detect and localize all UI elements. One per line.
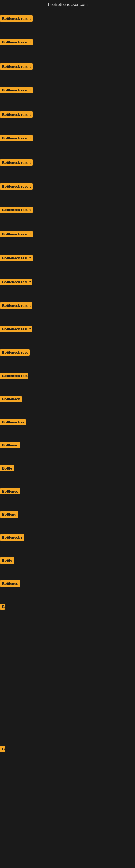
bottleneck-badge: Bottleneck result [0,231,33,237]
bottleneck-badge: Bottleneck result [0,135,33,141]
bottleneck-badge: Bottleneck result [0,326,32,332]
bottleneck-badge: Bottleneck result [0,63,33,70]
bottleneck-item[interactable]: Bottlend [0,511,18,518]
bottleneck-item[interactable]: Bottle [0,465,14,471]
bottleneck-badge: Bottleneck result [0,183,33,190]
bottleneck-badge: Bottle [0,557,14,564]
bottleneck-item[interactable]: B [0,603,5,610]
bottleneck-item[interactable]: Bottleneck result [0,183,33,190]
bottleneck-item[interactable]: Bottleneck result [0,326,32,332]
bottleneck-item[interactable]: Bottleneck r [0,534,24,540]
bottleneck-badge: Bottleneck result [0,279,32,285]
bottleneck-badge: Bottleneck result [0,39,33,45]
bottleneck-badge: Bottlenec [0,442,20,448]
bottleneck-item[interactable]: Bottleneck result [0,63,33,70]
bottleneck-item[interactable]: Bottleneck resu [0,373,28,379]
bottleneck-item[interactable]: Bottleneck result [0,279,32,285]
bottleneck-badge: Bottleneck result [0,207,33,213]
bottleneck-item[interactable]: Bottlenec [0,442,20,448]
bottleneck-badge: Bottleneck re [0,419,26,425]
bottleneck-badge: Bottlenec [0,488,20,495]
bottleneck-item[interactable]: Bottleneck result [0,16,33,22]
bottleneck-item[interactable]: Bottleneck result [0,255,33,261]
bottleneck-item[interactable]: Bottleneck result [0,39,33,45]
bottleneck-item[interactable]: Bottleneck result [0,135,33,141]
bottleneck-badge: Bottle [0,465,14,471]
bottleneck-badge: Bottleneck result [0,112,33,118]
bottleneck-item[interactable]: Bottleneck result [0,112,33,118]
bottleneck-badge: Bottleneck [0,396,21,402]
bottleneck-item[interactable]: Bottleneck result [0,231,33,237]
bottleneck-badge: B [0,603,5,610]
bottleneck-item[interactable]: Bottle [0,557,14,564]
bottleneck-item[interactable]: Bottlenec [0,488,20,495]
bottleneck-badge: Bottleneck result [0,16,33,22]
bottleneck-badge: B [0,746,5,752]
bottleneck-item[interactable]: Bottleneck result [0,207,33,213]
bottleneck-badge: Bottleneck result [0,255,33,261]
bottleneck-badge: Bottleneck result [0,303,32,309]
bottleneck-badge: Bottlend [0,511,18,518]
bottleneck-badge: Bottlenec [0,581,20,587]
bottleneck-badge: Bottleneck result [0,349,30,355]
bottleneck-item[interactable]: Bottleneck re [0,419,26,425]
bottleneck-item[interactable]: Bottleneck result [0,349,30,355]
bottleneck-item[interactable]: B [0,746,5,752]
bottleneck-item[interactable]: Bottleneck result [0,159,33,166]
bottleneck-badge: Bottleneck r [0,534,24,540]
site-title: TheBottlenecker.com [0,0,135,8]
bottleneck-badge: Bottleneck result [0,87,33,93]
bottleneck-item[interactable]: Bottleneck result [0,303,32,309]
bottleneck-item[interactable]: Bottleneck result [0,87,33,93]
bottleneck-badge: Bottleneck result [0,159,33,166]
bottleneck-item[interactable]: Bottlenec [0,581,20,587]
bottleneck-badge: Bottleneck resu [0,373,28,379]
bottleneck-item[interactable]: Bottleneck [0,396,21,402]
